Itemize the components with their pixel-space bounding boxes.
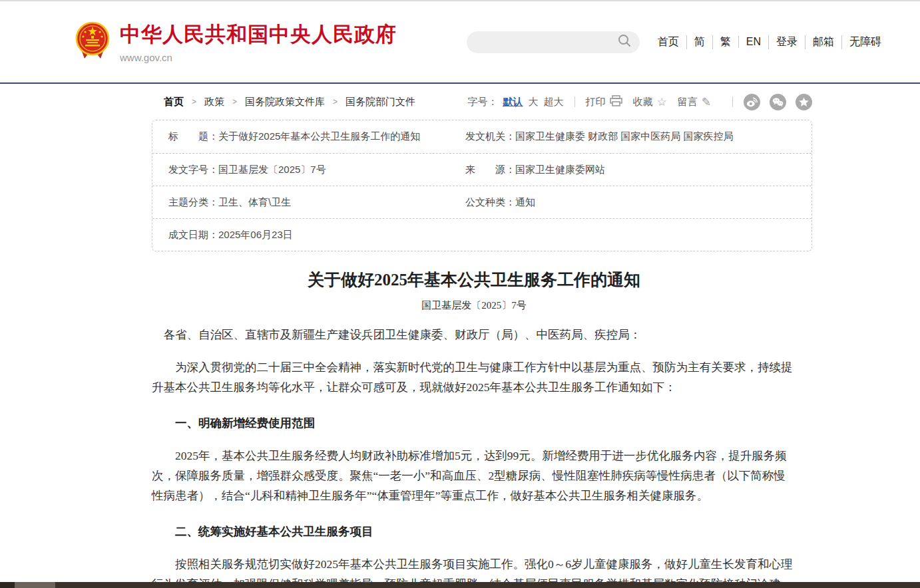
site-logo[interactable]: 中华人民共和国中央人民政府 www.gov.cn [75, 21, 397, 63]
favorite-button[interactable]: 收藏 ☆ [633, 95, 667, 109]
table-row: 主题分类： 卫生、体育\卫生 公文种类： 通知 [152, 186, 811, 218]
breadcrumb-department-docs: 国务院部门文件 [345, 96, 415, 108]
meta-value-issuing-agency: 国家卫生健康委 财政部 国家中医药局 国家疾控局 [515, 130, 734, 143]
taskbar-segment [0, 582, 15, 588]
paragraph-section-1: 2025年，基本公共卫生服务经费人均财政补助标准增加5元，达到99元。新增经费用… [152, 446, 796, 506]
site-url: www.gov.cn [120, 52, 397, 63]
article: 关于做好2025年基本公共卫生服务工作的通知 国卫基层发〔2025〕7号 各省、… [152, 269, 796, 588]
meta-label-source: 来 源： [465, 164, 515, 176]
wechat-share-icon[interactable] [770, 94, 786, 110]
table-row: 成文日期： 2025年06月23日 [152, 218, 811, 251]
printer-icon [610, 95, 622, 108]
breadcrumb: 首页 > 政策 > 国务院政策文件库 > 国务院部门文件 [152, 96, 415, 108]
meta-value-doc-type: 通知 [515, 196, 535, 209]
breadcrumb-policy[interactable]: 政策 [204, 96, 224, 108]
breadcrumb-home[interactable]: 首页 [164, 96, 184, 108]
search-input[interactable] [475, 37, 617, 47]
meta-label-date: 成文日期： [168, 229, 218, 241]
meta-value-source: 国家卫生健康委网站 [515, 164, 605, 176]
meta-label-title: 标 题： [168, 130, 218, 143]
paragraph-intro: 为深入贯彻党的二十届三中全会精神，落实新时代党的卫生与健康工作方针中以基层为重点… [152, 357, 796, 397]
bottom-taskbar-edge[interactable] [0, 582, 920, 588]
table-row: 发文字号： 国卫基层发〔2025〕7号 来 源： 国家卫生健康委网站 [152, 153, 811, 186]
nav-link-simplified[interactable]: 简 [686, 35, 712, 49]
favorite-share-icon[interactable] [796, 94, 812, 110]
nav-link-home[interactable]: 首页 [650, 35, 686, 49]
breadcrumb-separator: > [333, 97, 338, 106]
toolbar-divider [575, 96, 575, 107]
site-header: 中华人民共和国中央人民政府 www.gov.cn 首页 简 繁 EN 登录 邮箱… [0, 1, 920, 82]
meta-label-issuing-agency: 发文机关： [465, 130, 515, 143]
meta-value-topic-category: 卫生、体育\卫生 [218, 196, 291, 209]
article-body: 各省、自治区、直辖市及新疆生产建设兵团卫生健康委、财政厅（局）、中医药局、疾控局… [152, 325, 796, 588]
article-toolbar: 字号： 默认 大 超大 打印 收藏 ☆ 留言 ✎ [468, 94, 813, 110]
search-icon[interactable] [617, 33, 632, 51]
meta-label-doc-type: 公文种类： [465, 196, 515, 209]
breadcrumb-separator: > [232, 97, 237, 106]
star-outline-icon: ☆ [657, 95, 667, 109]
toolbar-divider [732, 96, 733, 107]
meta-label-topic-category: 主题分类： [168, 196, 218, 209]
pencil-icon: ✎ [702, 95, 711, 109]
nav-link-traditional[interactable]: 繁 [712, 35, 738, 49]
page-title: 关于做好2025年基本公共卫生服务工作的通知 [152, 269, 796, 291]
table-row: 标 题： 关于做好2025年基本公共卫生服务工作的通知 发文机关： 国家卫生健康… [152, 120, 811, 153]
print-button[interactable]: 打印 [586, 95, 622, 108]
font-size-default[interactable]: 默认 [503, 96, 523, 108]
nav-link-accessibility[interactable]: 无障碍 [841, 35, 889, 49]
comment-button[interactable]: 留言 ✎ [678, 95, 711, 109]
meta-value-doc-number: 国卫基层发〔2025〕7号 [218, 164, 326, 176]
nav-link-english[interactable]: EN [738, 36, 768, 48]
taskbar-segment [15, 582, 55, 588]
section-heading-1: 一、明确新增经费使用范围 [152, 413, 796, 433]
document-meta-table: 标 题： 关于做好2025年基本公共卫生服务工作的通知 发文机关： 国家卫生健康… [152, 120, 812, 251]
font-size-xlarge[interactable]: 超大 [544, 96, 564, 108]
section-heading-2: 二、统筹实施好基本公共卫生服务项目 [152, 521, 796, 541]
nav-link-login[interactable]: 登录 [768, 35, 805, 49]
font-size-large[interactable]: 大 [529, 96, 539, 108]
weibo-share-icon[interactable] [744, 94, 760, 110]
meta-value-title: 关于做好2025年基本公共卫生服务工作的通知 [218, 130, 420, 143]
national-emblem-icon [75, 21, 110, 63]
breadcrumb-policy-library[interactable]: 国务院政策文件库 [245, 96, 325, 108]
paragraph-salutation: 各省、自治区、直辖市及新疆生产建设兵团卫生健康委、财政厅（局）、中医药局、疾控局… [152, 325, 796, 345]
nav-link-mail[interactable]: 邮箱 [805, 35, 841, 49]
top-nav: 首页 简 繁 EN 登录 邮箱 无障碍 [650, 35, 889, 49]
share-icons [744, 94, 812, 110]
doc-number-line: 国卫基层发〔2025〕7号 [152, 299, 796, 312]
search-box[interactable] [467, 31, 640, 53]
meta-label-doc-number: 发文字号： [168, 164, 218, 176]
site-title: 中华人民共和国中央人民政府 [120, 21, 397, 49]
font-size-label: 字号： [468, 96, 498, 108]
meta-value-date: 2025年06月23日 [218, 229, 293, 241]
breadcrumb-separator: > [192, 97, 196, 106]
